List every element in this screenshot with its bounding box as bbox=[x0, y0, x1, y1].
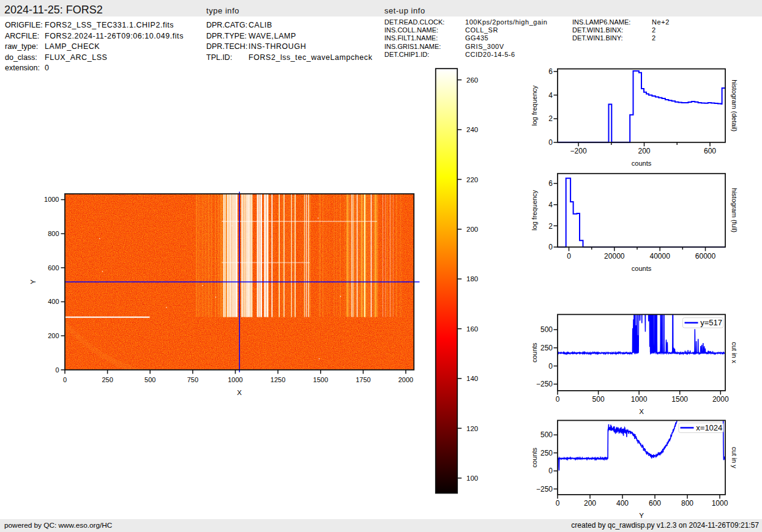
svg-text:1000: 1000 bbox=[631, 395, 648, 404]
svg-text:INS-THROUGH: INS-THROUGH bbox=[248, 42, 306, 51]
svg-text:cut in y: cut in y bbox=[731, 447, 738, 468]
svg-text:x=1024: x=1024 bbox=[696, 423, 722, 432]
svg-text:500: 500 bbox=[592, 395, 605, 404]
svg-text:do_class:: do_class: bbox=[5, 53, 37, 62]
svg-text:cut in x: cut in x bbox=[731, 342, 738, 363]
svg-text:0: 0 bbox=[548, 467, 553, 475]
svg-text:counts: counts bbox=[632, 265, 652, 272]
svg-text:0: 0 bbox=[63, 376, 67, 383]
svg-text:LAMP_CHECK: LAMP_CHECK bbox=[45, 42, 100, 51]
svg-text:extension:: extension: bbox=[5, 64, 40, 72]
svg-text:counts: counts bbox=[632, 160, 652, 167]
svg-text:y=517: y=517 bbox=[700, 318, 722, 327]
svg-text:2: 2 bbox=[652, 26, 656, 34]
svg-text:histogram (detail): histogram (detail) bbox=[731, 79, 738, 131]
svg-text:4: 4 bbox=[548, 91, 553, 100]
svg-text:200: 200 bbox=[466, 226, 478, 233]
svg-text:Y: Y bbox=[29, 279, 37, 284]
svg-text:1750: 1750 bbox=[356, 376, 370, 383]
svg-text:0: 0 bbox=[556, 395, 560, 404]
svg-text:INS.COLL.NAME:: INS.COLL.NAME: bbox=[384, 26, 438, 34]
svg-text:220: 220 bbox=[466, 176, 478, 183]
svg-text:2: 2 bbox=[652, 34, 656, 42]
svg-text:counts: counts bbox=[531, 448, 538, 468]
svg-text:FORS2_lss_tec_waveLampcheck: FORS2_lss_tec_waveLampcheck bbox=[248, 53, 373, 62]
svg-text:1500: 1500 bbox=[313, 376, 328, 383]
svg-text:800: 800 bbox=[48, 230, 59, 237]
svg-text:0: 0 bbox=[548, 362, 553, 371]
svg-text:DPR.TYPE:: DPR.TYPE: bbox=[206, 32, 247, 40]
svg-text:DPR.TECH:: DPR.TECH: bbox=[206, 42, 247, 51]
svg-text:500: 500 bbox=[144, 376, 155, 383]
svg-text:GG435: GG435 bbox=[465, 34, 488, 42]
svg-text:counts: counts bbox=[531, 342, 538, 363]
svg-text:raw_type:: raw_type: bbox=[5, 42, 38, 51]
svg-text:GRIS_300V: GRIS_300V bbox=[465, 43, 504, 50]
svg-text:1250: 1250 bbox=[271, 376, 285, 383]
svg-text:0: 0 bbox=[45, 64, 50, 72]
svg-text:2000: 2000 bbox=[712, 395, 729, 404]
svg-text:200: 200 bbox=[48, 332, 59, 339]
svg-text:750: 750 bbox=[187, 376, 198, 383]
svg-text:0: 0 bbox=[556, 499, 560, 508]
svg-text:DET.READ.CLOCK:: DET.READ.CLOCK: bbox=[384, 18, 444, 26]
svg-text:500: 500 bbox=[540, 325, 553, 334]
svg-text:100Kps/2ports/high_gain: 100Kps/2ports/high_gain bbox=[465, 18, 547, 26]
svg-text:2000: 2000 bbox=[398, 376, 413, 383]
svg-text:600: 600 bbox=[704, 147, 716, 155]
svg-text:400: 400 bbox=[48, 298, 59, 305]
svg-text:set-up info: set-up info bbox=[384, 6, 425, 15]
svg-text:FORS2_LSS_TEC331.1.CHIP2.fits: FORS2_LSS_TEC331.1.CHIP2.fits bbox=[45, 21, 174, 29]
svg-text:240: 240 bbox=[466, 126, 478, 133]
svg-text:FORS2.2024-11-26T09:06:10.049.: FORS2.2024-11-26T09:06:10.049.fits bbox=[45, 32, 184, 40]
svg-text:500: 500 bbox=[540, 430, 553, 439]
svg-text:WAVE,LAMP: WAVE,LAMP bbox=[248, 32, 296, 40]
svg-text:X: X bbox=[237, 389, 242, 396]
svg-text:250: 250 bbox=[540, 449, 553, 457]
svg-text:1000: 1000 bbox=[228, 376, 242, 383]
svg-text:0: 0 bbox=[548, 243, 553, 251]
svg-text:type info: type info bbox=[206, 6, 239, 15]
svg-text:6: 6 bbox=[548, 67, 553, 76]
svg-text:DET.WIN1.BINY:: DET.WIN1.BINY: bbox=[572, 34, 623, 42]
svg-text:120: 120 bbox=[466, 425, 478, 432]
svg-text:INS.FILT1.NAME:: INS.FILT1.NAME: bbox=[384, 34, 438, 42]
svg-text:400: 400 bbox=[616, 499, 629, 508]
svg-text:0: 0 bbox=[548, 138, 553, 147]
svg-text:0: 0 bbox=[567, 252, 571, 260]
svg-text:2: 2 bbox=[548, 114, 553, 123]
svg-text:40000: 40000 bbox=[650, 252, 671, 260]
svg-text:600: 600 bbox=[48, 264, 59, 272]
svg-text:0: 0 bbox=[55, 366, 59, 374]
svg-text:−250: −250 bbox=[536, 485, 553, 493]
svg-text:DET.WIN1.BINX:: DET.WIN1.BINX: bbox=[572, 26, 623, 34]
svg-text:2024-11-25: FORS2: 2024-11-25: FORS2 bbox=[4, 4, 103, 16]
svg-text:created by qc_rawdisp.py v1.2.: created by qc_rawdisp.py v1.2.3 on 2024-… bbox=[571, 521, 759, 530]
svg-text:log frequency: log frequency bbox=[531, 85, 538, 126]
svg-text:DET.CHIP1.ID:: DET.CHIP1.ID: bbox=[384, 51, 429, 58]
svg-text:250: 250 bbox=[102, 376, 113, 383]
svg-text:histogram (full): histogram (full) bbox=[731, 188, 738, 233]
svg-text:140: 140 bbox=[466, 375, 478, 382]
svg-text:2: 2 bbox=[548, 222, 553, 231]
svg-text:1000: 1000 bbox=[44, 196, 59, 203]
svg-text:250: 250 bbox=[540, 344, 553, 352]
svg-text:ARCFILE:: ARCFILE: bbox=[5, 32, 39, 40]
svg-text:CCID20-14-5-6: CCID20-14-5-6 bbox=[465, 51, 515, 58]
svg-text:200: 200 bbox=[638, 147, 650, 155]
svg-text:800: 800 bbox=[681, 499, 693, 508]
svg-text:60000: 60000 bbox=[695, 252, 716, 260]
svg-text:powered by QC: www.eso.org/HC: powered by QC: www.eso.org/HC bbox=[4, 521, 113, 530]
svg-text:DPR.CATG:: DPR.CATG: bbox=[206, 21, 247, 29]
svg-text:COLL_SR: COLL_SR bbox=[465, 26, 498, 34]
svg-text:INS.LAMP6.NAME:: INS.LAMP6.NAME: bbox=[572, 18, 630, 26]
svg-text:Ne+2: Ne+2 bbox=[652, 18, 670, 26]
svg-text:180: 180 bbox=[466, 275, 478, 283]
svg-text:−200: −200 bbox=[570, 147, 587, 155]
svg-text:200: 200 bbox=[584, 499, 596, 508]
svg-text:20000: 20000 bbox=[604, 252, 625, 260]
svg-text:600: 600 bbox=[649, 499, 661, 508]
svg-text:log frequency: log frequency bbox=[531, 190, 538, 231]
svg-text:160: 160 bbox=[466, 325, 478, 333]
svg-text:1000: 1000 bbox=[712, 499, 728, 508]
